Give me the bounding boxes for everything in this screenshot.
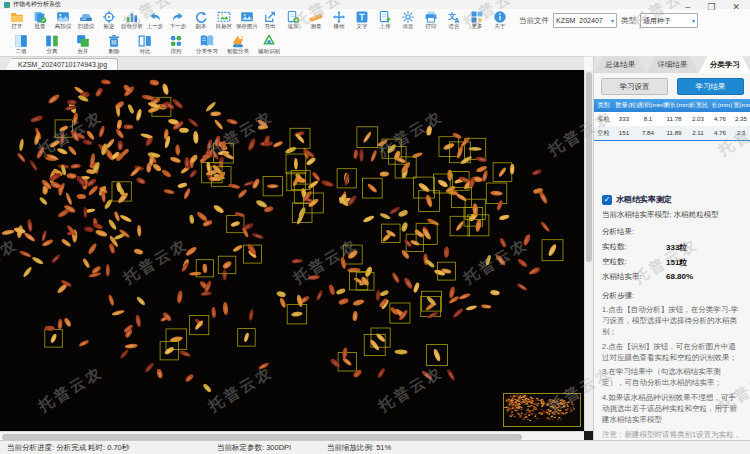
toolbar-button-label: 移动	[333, 24, 344, 29]
chevron-down-icon: ▾	[611, 17, 614, 24]
title-bar: 作物考种分析系统	[0, 0, 750, 9]
batch-icon	[33, 10, 47, 24]
toolbar-button-batch[interactable]: 批量	[28, 10, 51, 31]
table-header-cell: 面积(mm²)	[638, 101, 658, 110]
table-header-cell: 长(mm)	[711, 101, 728, 110]
toolbar-button-delete[interactable]: 删除	[98, 33, 129, 56]
image-viewport[interactable]	[0, 70, 584, 431]
rice-rate-checkbox[interactable]: ✓	[602, 195, 612, 205]
text-icon	[355, 10, 369, 24]
more-icon	[470, 10, 484, 24]
toolbar-button-label: 标定	[103, 24, 114, 29]
toolbar-button-camera[interactable]: 高拍仪	[51, 10, 74, 31]
results-table: 类别数量(粒)面积(mm²)周长(mm)长宽比长(mm)宽(mm)实粒3338.…	[594, 99, 750, 141]
table-cell: 151	[615, 129, 632, 136]
results-panel: 总体结果详细结果分类学习 学习设置 学习结果 类别数量(粒)面积(mm²)周长(…	[593, 56, 750, 441]
toolbar-button-label: 测量	[310, 24, 321, 29]
current-model-label: 当前水稻结实率模型: 水稻糙粒模型	[602, 210, 750, 220]
current-file-select[interactable]: KZSM_202407 ▾	[553, 13, 617, 28]
toolbar-button-print[interactable]: 打印	[419, 10, 442, 31]
toolbar-button-open-folder[interactable]: 打开	[5, 10, 28, 31]
toolbar-button-arrange[interactable]: 排列	[160, 33, 191, 56]
learning-settings-button[interactable]: 学习设置	[601, 78, 668, 95]
results-panel-tabs: 总体结果详细结果分类学习	[594, 56, 750, 73]
table-cell: 2.3	[733, 129, 749, 136]
toolbar-button-compare[interactable]: 对比	[129, 33, 160, 56]
app-window: 作物考种分析系统 – ❐ ✕ 打开批量高拍仪扫描仪标定自动分析上一步下一步副本目…	[0, 0, 750, 454]
toolbar-button-smart-classify[interactable]: 智能分类	[222, 33, 253, 56]
smart-classify-icon	[230, 33, 246, 49]
toolbar-button-move[interactable]: 移动	[327, 10, 350, 31]
toolbar-button-assist-recognize[interactable]: 辅助识别	[253, 33, 284, 56]
panel-tab-0[interactable]: 总体结果	[594, 56, 646, 73]
toolbar-button-measure[interactable]: 测量	[304, 10, 327, 31]
minimap[interactable]	[503, 393, 581, 427]
main-toolbar: 打开批量高拍仪扫描仪标定自动分析上一步下一步副本目标区保存图片导出追加测量移动文…	[0, 9, 750, 32]
scanner-icon	[79, 10, 93, 24]
result-value: 333粒	[666, 242, 687, 253]
type-select[interactable]: 通用种子 ▾	[640, 13, 698, 28]
toolbar-button-target-area[interactable]: 目标区	[212, 10, 235, 31]
copy-icon	[194, 10, 208, 24]
rice-rate-checkbox-label: 水稻结实率测定	[616, 194, 672, 205]
analysis-result-values: 实粒数:333粒空粒数:151粒水稻结实率:68.80%	[594, 242, 750, 282]
analysis-step: 1.点击【自动分析】按钮，在分类学习-学习设置，模型选择中选择待分析的水稻类别；	[602, 305, 743, 338]
status-zoom: 当前缩放比例: 51%	[327, 443, 391, 453]
status-dpi: 当前标定参数: 300DPI	[217, 443, 291, 453]
toolbar-button-language[interactable]: 文A语言	[442, 10, 465, 31]
toolbar-button-undo[interactable]: 上一步	[143, 10, 166, 31]
vertical-scrollbar[interactable]	[584, 70, 593, 431]
toolbar-button-about[interactable]: 关于	[488, 10, 511, 31]
toolbar-button-save-image[interactable]: 保存图片	[235, 10, 258, 31]
type-label: 类型	[621, 16, 636, 26]
table-header-row: 类别数量(粒)面积(mm²)周长(mm)长宽比长(mm)宽(mm)	[594, 99, 750, 112]
table-header-cell: 数量(粒)	[615, 101, 632, 110]
minimize-button[interactable]: –	[685, 2, 690, 12]
toolbar-button-label: 目标区	[215, 24, 231, 29]
toolbar-button-label: 追加	[287, 24, 298, 29]
toolbar-button-scanner[interactable]: 扫描仪	[74, 10, 97, 31]
result-label: 空粒数:	[602, 257, 627, 267]
merge-icon	[75, 33, 91, 49]
result-row: 实粒数:333粒	[602, 242, 750, 252]
toolbar-button-label: 扫描仪	[77, 24, 93, 29]
table-cell: 11.78	[664, 115, 684, 122]
main-toolbar-items: 打开批量高拍仪扫描仪标定自动分析上一步下一步副本目标区保存图片导出追加测量移动文…	[0, 10, 511, 31]
toolbar-button-label: 副本	[195, 24, 206, 29]
learning-results-button[interactable]: 学习结果	[677, 78, 744, 95]
toolbar-button-merge[interactable]: 合并	[67, 33, 98, 56]
document-tab-bar: KZSM_20240710174943.jpg	[0, 56, 584, 71]
maximize-button[interactable]: ❐	[707, 2, 715, 12]
toolbar-button-calibrate[interactable]: 标定	[97, 10, 120, 31]
status-time: 耗时: 0.70秒	[88, 443, 129, 453]
panel-tab-1[interactable]: 详细结果	[646, 56, 698, 73]
toolbar-button-more[interactable]: 更多	[465, 10, 488, 31]
toolbar-button-auto-analyze[interactable]: 自动分析	[120, 10, 143, 31]
table-row: 实粒3338.111.782.034.762.35	[594, 112, 750, 126]
toolbar-button-split[interactable]: 分离	[36, 33, 67, 56]
toolbar-button-label: 语言	[448, 24, 459, 29]
toolbar-button-redo[interactable]: 下一步	[166, 10, 189, 31]
toolbar-button-copy[interactable]: 副本	[189, 10, 212, 31]
toolbar-button-upload[interactable]: 上传	[373, 10, 396, 31]
compare-icon	[137, 33, 153, 49]
toolbar-button-binary[interactable]: 二值	[5, 33, 36, 56]
toolbar-button-classify-learn[interactable]: 分类学习	[191, 33, 222, 56]
toolbar-button-label: 文字	[356, 24, 367, 29]
window-title: 作物考种分析系统	[13, 0, 61, 8]
delete-icon	[106, 33, 122, 49]
toolbar-button-append[interactable]: 追加	[281, 10, 304, 31]
measure-icon	[309, 10, 323, 24]
toolbar-button-label: 下一步	[169, 24, 185, 29]
toolbar-button-export[interactable]: 导出	[258, 10, 281, 31]
secondary-toolbar: 二值分离合并删除对比排列分类学习智能分类辅助识别	[0, 32, 750, 57]
print-icon	[424, 10, 438, 24]
toolbar-button-text[interactable]: 文字	[350, 10, 373, 31]
vertical-scrollbar-thumb[interactable]	[586, 72, 592, 262]
toolbar-button-settings[interactable]: 设置	[396, 10, 419, 31]
close-button[interactable]: ✕	[732, 2, 740, 12]
toolbar-button-label: 高拍仪	[54, 24, 70, 29]
table-cell: 2.03	[689, 115, 706, 122]
toolbar-button-label: 保存图片	[236, 24, 258, 29]
panel-tab-2[interactable]: 分类学习	[699, 56, 750, 73]
